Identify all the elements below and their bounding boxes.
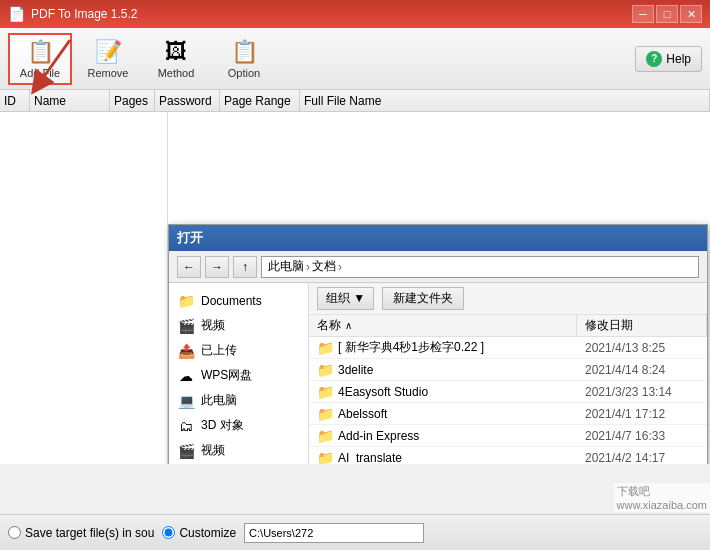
path-sep1: › — [306, 260, 310, 274]
col-full-file-name: Full File Name — [300, 90, 710, 111]
sidebar-icon-5: 🗂 — [177, 418, 195, 434]
method-button[interactable]: 🖼 Method — [144, 33, 208, 85]
file-date-0: 2021/4/13 8:25 — [577, 341, 707, 355]
col-page-range: Page Range — [220, 90, 300, 111]
sidebar-item-2[interactable]: 📤已上传 — [169, 338, 308, 363]
dialog-toolbar: ← → ↑ 此电脑 › 文档 › — [169, 251, 707, 283]
maximize-button[interactable]: □ — [656, 5, 678, 23]
organize-button[interactable]: 组织 ▼ — [317, 287, 374, 310]
option-icon: 📋 — [231, 39, 258, 65]
close-button[interactable]: ✕ — [680, 5, 702, 23]
sidebar-item-4[interactable]: 💻此电脑 — [169, 388, 308, 413]
option-label: Option — [228, 67, 260, 79]
sidebar-label-1: 视频 — [201, 317, 225, 334]
sidebar-item-3[interactable]: ☁WPS网盘 — [169, 363, 308, 388]
remove-label: Remove — [88, 67, 129, 79]
new-folder-label: 新建文件夹 — [393, 291, 453, 305]
file-table — [0, 112, 168, 464]
app-icon: 📄 — [8, 6, 25, 22]
dialog-title-bar: 打开 — [169, 225, 707, 251]
file-date-5: 2021/4/2 14:17 — [577, 451, 707, 465]
col-name-header[interactable]: 名称 ∧ — [309, 315, 577, 336]
path-input[interactable] — [244, 523, 424, 543]
minimize-button[interactable]: ─ — [632, 5, 654, 23]
dialog-file-content: 组织 ▼ 新建文件夹 名称 ∧ — [309, 283, 707, 464]
sidebar-icon-1: 🎬 — [177, 318, 195, 334]
new-folder-button[interactable]: 新建文件夹 — [382, 287, 464, 310]
main-area: 打开 ← → ↑ 此电脑 › 文档 › 📁Documents🎬视频📤已上传☁WP… — [0, 112, 710, 464]
sidebar-item-0[interactable]: 📁Documents — [169, 289, 308, 313]
file-icon-5: 📁 — [317, 450, 334, 465]
remove-icon: 📝 — [95, 39, 122, 65]
file-row-4[interactable]: 📁 Add-in Express 2021/4/7 16:33 — [309, 425, 707, 447]
dialog-body: 📁Documents🎬视频📤已上传☁WPS网盘💻此电脑🗂3D 对象🎬视频🖼图片📄… — [169, 283, 707, 464]
file-name-2: 📁 4Easysoft Studio — [309, 384, 577, 400]
path-root: 此电脑 — [268, 258, 304, 275]
radio-customize[interactable] — [162, 526, 175, 539]
file-date-4: 2021/4/7 16:33 — [577, 429, 707, 443]
sort-arrow: ∧ — [345, 320, 352, 331]
file-name-1: 📁 3delite — [309, 362, 577, 378]
sidebar-item-5[interactable]: 🗂3D 对象 — [169, 413, 308, 438]
option-button[interactable]: 📋 Option — [212, 33, 276, 85]
dialog-title: 打开 — [177, 229, 203, 247]
file-date-1: 2021/4/14 8:24 — [577, 363, 707, 377]
file-icon-3: 📁 — [317, 406, 334, 422]
table-header: ID Name Pages Password Page Range Full F… — [0, 90, 710, 112]
col-id: ID — [0, 90, 30, 111]
sidebar-label-3: WPS网盘 — [201, 367, 252, 384]
col-date-header[interactable]: 修改日期 — [577, 315, 707, 336]
nav-back-button[interactable]: ← — [177, 256, 201, 278]
app-title: PDF To Image 1.5.2 — [31, 7, 632, 21]
radio-source-label: Save target file(s) in sou — [25, 526, 154, 540]
col-date-label: 修改日期 — [585, 317, 633, 334]
col-name: Name — [30, 90, 110, 111]
file-icon-0: 📁 — [317, 340, 334, 356]
add-file-icon: 📋 — [27, 39, 54, 65]
sidebar-icon-3: ☁ — [177, 368, 195, 384]
radio-customize-label: Customize — [179, 526, 236, 540]
file-row-2[interactable]: 📁 4Easysoft Studio 2021/3/23 13:14 — [309, 381, 707, 403]
col-pages: Pages — [110, 90, 155, 111]
dialog-path: 此电脑 › 文档 › — [261, 256, 699, 278]
file-row-5[interactable]: 📁 AI_translate 2021/4/2 14:17 — [309, 447, 707, 464]
help-icon: ? — [646, 51, 662, 67]
nav-up-button[interactable]: ↑ — [233, 256, 257, 278]
file-name-0: 📁 [ 新华字典4秒1步检字0.22 ] — [309, 339, 577, 356]
main-toolbar: 📋 Add File 📝 Remove 🖼 Method 📋 Option ? … — [0, 28, 710, 90]
file-icon-2: 📁 — [317, 384, 334, 400]
remove-button[interactable]: 📝 Remove — [76, 33, 140, 85]
method-label: Method — [158, 67, 195, 79]
organize-label: 组织 ▼ — [326, 290, 365, 307]
col-password: Password — [155, 90, 220, 111]
status-bar: Save target file(s) in sou Customize — [0, 514, 710, 550]
radio-group-1: Save target file(s) in sou — [8, 526, 154, 540]
radio-source[interactable] — [8, 526, 21, 539]
nav-forward-button[interactable]: → — [205, 256, 229, 278]
help-button[interactable]: ? Help — [635, 46, 702, 72]
file-name-4: 📁 Add-in Express — [309, 428, 577, 444]
path-folder: 文档 — [312, 258, 336, 275]
title-bar: 📄 PDF To Image 1.5.2 ─ □ ✕ — [0, 0, 710, 28]
add-file-label: Add File — [20, 67, 60, 79]
sidebar-icon-2: 📤 — [177, 343, 195, 359]
file-date-2: 2021/3/23 13:14 — [577, 385, 707, 399]
file-name-3: 📁 Abelssoft — [309, 406, 577, 422]
sidebar-label-4: 此电脑 — [201, 392, 237, 409]
method-icon: 🖼 — [165, 39, 187, 65]
add-file-button[interactable]: 📋 Add File — [8, 33, 72, 85]
sidebar-icon-6: 🎬 — [177, 443, 195, 459]
file-row-1[interactable]: 📁 3delite 2021/4/14 8:24 — [309, 359, 707, 381]
open-dialog: 打开 ← → ↑ 此电脑 › 文档 › 📁Documents🎬视频📤已上传☁WP… — [168, 224, 708, 464]
file-row-3[interactable]: 📁 Abelssoft 2021/4/1 17:12 — [309, 403, 707, 425]
sidebar-item-1[interactable]: 🎬视频 — [169, 313, 308, 338]
sidebar-label-2: 已上传 — [201, 342, 237, 359]
sidebar-label-6: 视频 — [201, 442, 225, 459]
sidebar-item-7[interactable]: 🖼图片 — [169, 463, 308, 464]
file-row-0[interactable]: 📁 [ 新华字典4秒1步检字0.22 ] 2021/4/13 8:25 — [309, 337, 707, 359]
help-label: Help — [666, 52, 691, 66]
watermark: 下载吧 www.xiazaiba.com — [614, 483, 710, 512]
sidebar-item-6[interactable]: 🎬视频 — [169, 438, 308, 463]
file-rows: 📁 [ 新华字典4秒1步检字0.22 ] 2021/4/13 8:25 📁 3d… — [309, 337, 707, 464]
file-list-header: 名称 ∧ 修改日期 — [309, 315, 707, 337]
